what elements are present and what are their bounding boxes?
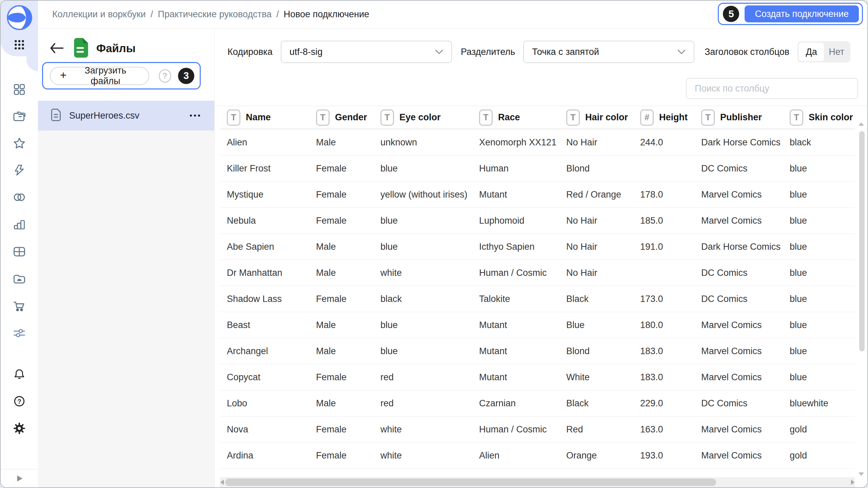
- table-cell: DC Comics: [694, 260, 783, 286]
- gear-icon[interactable]: [13, 422, 26, 435]
- encoding-label: Кодировка: [228, 47, 273, 57]
- header-toggle: Да Нет: [797, 41, 850, 62]
- table-cell: Xenomorph XX121: [472, 129, 559, 155]
- upload-help-icon[interactable]: ?: [159, 69, 171, 83]
- sliders-icon[interactable]: [13, 327, 26, 340]
- column-header-eye-color[interactable]: TEye color: [373, 106, 472, 129]
- table-cell: Dark Horse Comics: [694, 234, 783, 260]
- table-cell: Marvel Comics: [694, 416, 783, 442]
- breadcrumb-item[interactable]: Коллекции и воркбуки: [52, 9, 146, 20]
- column-search-input[interactable]: [686, 78, 858, 99]
- column-header-gender[interactable]: TGender: [309, 106, 373, 129]
- scroll-left-icon[interactable]: [220, 480, 224, 485]
- table-cell: blue: [783, 182, 855, 207]
- delimiter-select[interactable]: Точка с запятой: [523, 41, 694, 63]
- breadcrumb: Коллекции и воркбуки/Практические руково…: [52, 9, 369, 20]
- table-cell: 229.0: [633, 390, 694, 416]
- table-cell: Abe Sapien: [220, 234, 309, 260]
- collections-icon[interactable]: [13, 110, 26, 123]
- horizontal-scrollbar[interactable]: [220, 477, 855, 487]
- table-cell: Nebula: [220, 208, 309, 233]
- vertical-scrollbar[interactable]: [858, 120, 865, 476]
- table-cell: blue: [783, 156, 855, 181]
- column-header-hair-color[interactable]: THair color: [559, 106, 633, 129]
- more-actions-icon[interactable]: [188, 113, 202, 119]
- table-row: Dr ManhattanMalewhiteHuman / CosmicNo Ha…: [220, 260, 855, 286]
- table-cell: No Hair: [559, 129, 633, 155]
- text-type-icon: T: [790, 109, 803, 126]
- table-cell: 178.0: [633, 182, 694, 207]
- bell-icon[interactable]: [13, 368, 26, 381]
- header-toggle-no[interactable]: Нет: [824, 43, 849, 61]
- file-list-item-selected[interactable]: SuperHeroes.csv: [38, 101, 214, 130]
- table-cell: Mutant: [472, 338, 559, 364]
- overlapping-circles-icon[interactable]: [13, 191, 26, 204]
- table-cell: Male: [309, 338, 373, 364]
- table-cell: Marvel Comics: [694, 338, 783, 364]
- back-arrow-icon[interactable]: [50, 42, 64, 54]
- encoding-group: Кодировка utf-8-sig: [228, 41, 452, 63]
- chevron-down-icon: [435, 49, 443, 54]
- vertical-scroll-thumb[interactable]: [859, 131, 865, 351]
- scroll-up-icon[interactable]: [859, 122, 864, 126]
- table-cell: bluewhite: [783, 390, 855, 416]
- bar-chart-icon[interactable]: [13, 218, 26, 231]
- create-connection-button[interactable]: Создать подключение: [745, 5, 859, 22]
- table-cell: Killer Frost: [220, 156, 309, 181]
- expand-play-icon[interactable]: [1, 469, 38, 487]
- table-row: ArdinaFemalewhiteAlienOrange193.0Marvel …: [220, 443, 855, 469]
- table-cell: red: [373, 364, 472, 390]
- scroll-right-icon[interactable]: [851, 480, 854, 485]
- horizontal-scroll-thumb[interactable]: [225, 479, 716, 486]
- document-icon: [50, 108, 62, 123]
- breadcrumb-item[interactable]: Практические руководства: [158, 9, 271, 20]
- table-cell: blue: [373, 312, 472, 338]
- table-cell: blue: [783, 260, 855, 286]
- table-row: Abe SapienMaleblueIcthyo SapienNo Hair19…: [220, 234, 855, 260]
- dashboard-icon[interactable]: [13, 83, 26, 96]
- table-cell: Red: [559, 416, 633, 442]
- scroll-down-icon[interactable]: [859, 472, 864, 476]
- help-icon[interactable]: ?: [13, 395, 26, 408]
- upload-files-button[interactable]: + Загрузить файлы: [50, 67, 149, 85]
- table-cell: Mutant: [472, 312, 559, 338]
- text-type-icon: T: [479, 109, 493, 126]
- column-header-race[interactable]: TRace: [472, 106, 559, 129]
- text-type-icon: T: [701, 109, 715, 126]
- table-cell: gold: [783, 416, 855, 442]
- encoding-select[interactable]: utf-8-sig: [281, 41, 452, 63]
- table-cell: Male: [309, 390, 373, 416]
- data-preview-table: TNameTGenderTEye colorTRaceTHair color#H…: [215, 106, 867, 487]
- svg-text:?: ?: [17, 398, 21, 405]
- column-header-publisher[interactable]: TPublisher: [694, 106, 783, 129]
- table-cell: Marvel Comics: [694, 443, 783, 468]
- files-panel: Файлы + Загрузить файлы ? 3 SuperHeroes.…: [38, 28, 214, 487]
- table-cell: [633, 260, 694, 286]
- text-type-icon: T: [316, 109, 330, 126]
- apps-grid-icon[interactable]: [13, 38, 26, 51]
- folder-upload-icon[interactable]: [13, 272, 26, 285]
- table-row: BeastMaleblueMutantBlue180.0Marvel Comic…: [220, 312, 855, 338]
- column-header-height[interactable]: #Height: [633, 106, 694, 129]
- table-row: Shadow LassFemaleblackTalokiteBlack173.0…: [220, 286, 855, 312]
- table-cell: Icthyo Sapien: [472, 234, 559, 260]
- table-row: ArchangelMaleblueMutantBlond183.0Marvel …: [220, 338, 855, 364]
- star-icon[interactable]: [13, 137, 26, 150]
- column-header-name[interactable]: TName: [220, 106, 309, 129]
- table-cell: DC Comics: [694, 156, 783, 181]
- table-header-row: TNameTGenderTEye colorTRaceTHair color#H…: [220, 106, 855, 129]
- column-header-skin-color[interactable]: TSkin color: [783, 106, 857, 129]
- lightning-icon[interactable]: [13, 164, 26, 177]
- table-grid-icon[interactable]: [13, 245, 26, 258]
- table-cell: DC Comics: [694, 286, 783, 312]
- table-cell: Talokite: [472, 286, 559, 312]
- column-label: Name: [246, 112, 271, 123]
- table-cell: No Hair: [559, 208, 633, 233]
- cart-icon[interactable]: [13, 300, 26, 312]
- text-type-icon: T: [566, 109, 580, 126]
- preview-area: Кодировка utf-8-sig Разделитель Точка с …: [214, 28, 867, 487]
- top-bar: Коллекции и воркбуки/Практические руково…: [38, 1, 867, 28]
- table-cell: 193.0: [633, 443, 694, 468]
- header-toggle-yes[interactable]: Да: [799, 43, 824, 61]
- datalens-logo-icon[interactable]: [6, 5, 32, 30]
